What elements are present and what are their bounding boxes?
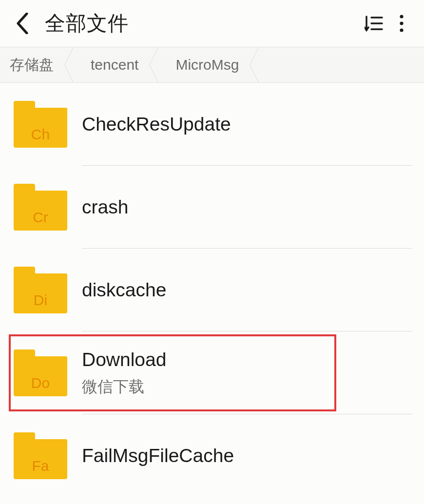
svg-point-3 bbox=[400, 15, 403, 18]
sort-icon bbox=[365, 14, 384, 33]
folder-abbr: Do bbox=[14, 375, 67, 391]
overflow-menu-button[interactable] bbox=[388, 10, 415, 37]
breadcrumb: 存储盘 tencent MicroMsg bbox=[0, 47, 424, 83]
list-item-text: crash bbox=[82, 195, 412, 219]
svg-point-4 bbox=[400, 21, 403, 25]
folder-icon: Ch bbox=[14, 101, 67, 148]
folder-abbr: Cr bbox=[14, 209, 67, 226]
page-title: 全部文件 bbox=[45, 10, 361, 37]
folder-subtitle: 微信下载 bbox=[82, 376, 412, 398]
folder-abbr: Di bbox=[14, 292, 67, 309]
back-button[interactable] bbox=[12, 10, 33, 37]
folder-abbr: Fa bbox=[14, 458, 67, 474]
folder-icon: Do bbox=[14, 349, 67, 396]
breadcrumb-item[interactable]: tencent bbox=[75, 47, 160, 82]
list-item[interactable]: Ch CheckResUpdate bbox=[0, 83, 424, 166]
list-item[interactable]: Di diskcache bbox=[0, 249, 424, 331]
list-item-text: diskcache bbox=[82, 278, 412, 302]
breadcrumb-label: tencent bbox=[91, 57, 138, 73]
top-bar: 全部文件 bbox=[0, 0, 424, 47]
sort-button[interactable] bbox=[361, 10, 388, 37]
folder-icon: Fa bbox=[14, 432, 67, 479]
folder-icon: Cr bbox=[14, 184, 67, 231]
list-item[interactable]: Fa FailMsgFileCache bbox=[0, 414, 424, 497]
folder-name: Download bbox=[82, 348, 412, 372]
breadcrumb-item[interactable]: 存储盘 bbox=[0, 47, 75, 82]
list-item-text: FailMsgFileCache bbox=[82, 444, 412, 468]
breadcrumb-label: MicroMsg bbox=[175, 57, 239, 73]
list-item[interactable]: Do Download 微信下载 bbox=[0, 331, 424, 414]
folder-name: crash bbox=[82, 195, 412, 219]
list-item-text: CheckResUpdate bbox=[82, 113, 412, 136]
list-item[interactable]: Cr crash bbox=[0, 166, 424, 249]
list-item-text: Download 微信下载 bbox=[82, 348, 412, 398]
chevron-left-icon bbox=[16, 13, 29, 34]
folder-abbr: Ch bbox=[14, 126, 67, 143]
folder-name: FailMsgFileCache bbox=[82, 444, 412, 468]
breadcrumb-label: 存储盘 bbox=[10, 55, 54, 75]
folder-icon: Di bbox=[14, 267, 67, 313]
svg-point-5 bbox=[400, 28, 403, 32]
more-vertical-icon bbox=[399, 14, 404, 33]
breadcrumb-item[interactable]: MicroMsg bbox=[160, 47, 260, 82]
folder-list: Ch CheckResUpdate Cr crash Di diskcache … bbox=[0, 83, 424, 497]
folder-name: CheckResUpdate bbox=[82, 113, 412, 136]
folder-name: diskcache bbox=[82, 278, 412, 302]
